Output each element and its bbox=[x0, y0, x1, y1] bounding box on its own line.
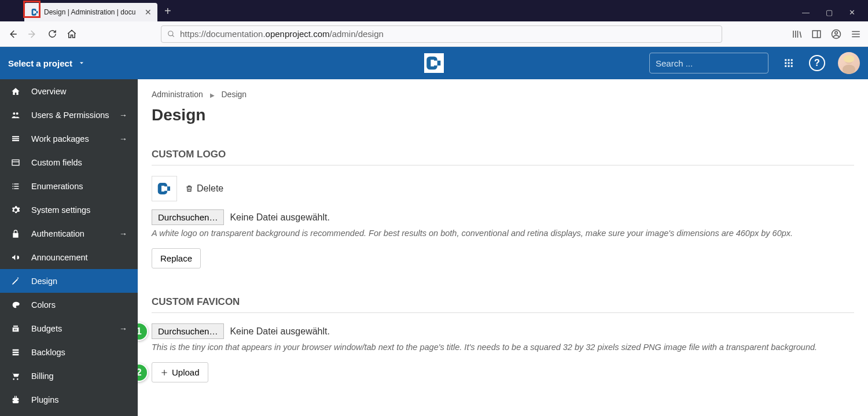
main-content: Administration ▶ Design Design CUSTOM LO… bbox=[138, 79, 868, 416]
logo-hint: A white logo on transparent background i… bbox=[152, 229, 854, 238]
users-icon bbox=[10, 111, 21, 120]
sidebar-item-budgets[interactable]: Budgets→ bbox=[0, 316, 138, 340]
sidebar-item-backlogs[interactable]: Backlogs bbox=[0, 340, 138, 364]
plugins-icon bbox=[10, 395, 21, 404]
sidebar-item-users-permissions[interactable]: Users & Permissions→ bbox=[0, 103, 138, 127]
breadcrumb-root[interactable]: Administration bbox=[152, 90, 203, 99]
window-close-icon[interactable]: ✕ bbox=[849, 8, 855, 17]
customfields-icon bbox=[10, 158, 21, 167]
breadcrumb: Administration ▶ Design bbox=[152, 90, 854, 99]
browser-tab[interactable]: Design | Administration | docu ✕ bbox=[24, 3, 157, 21]
sidebar-item-label: Design bbox=[31, 277, 57, 286]
sidebar-item-announcement[interactable]: Announcement bbox=[0, 245, 138, 269]
sidebar-item-system-settings[interactable]: System settings bbox=[0, 198, 138, 222]
menu-icon[interactable] bbox=[851, 29, 861, 39]
browse-favicon-button[interactable]: Durchsuchen… bbox=[152, 323, 224, 339]
design-icon bbox=[10, 277, 21, 286]
sidebar-item-label: System settings bbox=[31, 205, 90, 215]
sidebar-item-label: Announcement bbox=[31, 253, 88, 262]
trash-icon bbox=[185, 184, 193, 193]
app-logo[interactable] bbox=[424, 53, 444, 73]
logo-file-status: Keine Datei ausgewählt. bbox=[230, 212, 330, 223]
search-box[interactable] bbox=[649, 53, 768, 73]
annotation-1: 1 bbox=[138, 322, 148, 341]
sidebar-item-enumerations[interactable]: Enumerations bbox=[0, 174, 138, 198]
billing-icon bbox=[10, 371, 21, 381]
svg-point-3 bbox=[835, 31, 838, 34]
sidebar-item-label: Custom fields bbox=[31, 158, 82, 167]
upload-button[interactable]: Upload bbox=[152, 362, 208, 382]
sidebar-item-plugins[interactable]: Plugins bbox=[0, 388, 138, 411]
svg-rect-7 bbox=[843, 65, 855, 74]
custom-favicon-section: CUSTOM FAVICON 1 Durchsuchen… Keine Date… bbox=[152, 296, 854, 382]
budgets-icon bbox=[10, 324, 21, 333]
sidebar-item-billing[interactable]: Billing bbox=[0, 364, 138, 388]
sidebar-toggle-icon[interactable] bbox=[811, 29, 822, 39]
settings-icon bbox=[10, 205, 21, 215]
search-input[interactable] bbox=[656, 58, 766, 68]
chevron-right-icon: → bbox=[119, 134, 127, 143]
lock-icon bbox=[10, 229, 21, 238]
breadcrumb-separator-icon: ▶ bbox=[210, 92, 215, 98]
delete-logo-link[interactable]: Delete bbox=[185, 183, 223, 194]
user-avatar[interactable] bbox=[838, 52, 860, 74]
project-selector[interactable]: Select a project bbox=[8, 58, 85, 68]
annotation-2: 2 bbox=[138, 363, 148, 382]
custom-favicon-heading: CUSTOM FAVICON bbox=[152, 296, 854, 308]
sidebar-item-label: Enumerations bbox=[31, 182, 83, 191]
enumerations-icon bbox=[10, 182, 21, 191]
chevron-right-icon: → bbox=[119, 111, 127, 120]
app-header: Select a project ? bbox=[0, 47, 868, 79]
sidebar-item-label: Billing bbox=[31, 371, 54, 381]
sidebar-item-label: Overview bbox=[31, 87, 66, 96]
sidebar-item-overview[interactable]: Overview bbox=[0, 79, 138, 103]
page-title: Design bbox=[152, 106, 854, 124]
colors-icon bbox=[10, 300, 21, 310]
sidebar-item-label: Work packages bbox=[31, 134, 89, 143]
tab-close-icon[interactable]: ✕ bbox=[145, 8, 152, 17]
url-bar[interactable]: https://documentation.openproject.com/ad… bbox=[161, 25, 722, 43]
reload-button[interactable] bbox=[46, 28, 58, 40]
window-minimize-icon[interactable]: — bbox=[802, 8, 810, 17]
svg-rect-8 bbox=[12, 160, 19, 165]
plus-icon bbox=[160, 369, 168, 377]
new-tab-button[interactable]: + bbox=[164, 5, 171, 18]
window-maximize-icon[interactable]: ▢ bbox=[826, 8, 833, 17]
upload-label: Upload bbox=[172, 367, 200, 377]
sidebar-item-work-packages[interactable]: Work packages→ bbox=[0, 127, 138, 150]
home-icon bbox=[10, 87, 21, 96]
back-button[interactable] bbox=[7, 28, 19, 40]
delete-label: Delete bbox=[197, 183, 223, 194]
browser-tab-bar: Design | Administration | docu ✕ + — ▢ ✕ bbox=[0, 0, 868, 21]
workpackages-icon bbox=[10, 134, 21, 143]
chevron-right-icon: → bbox=[119, 229, 127, 238]
help-icon[interactable]: ? bbox=[809, 55, 825, 71]
chevron-down-icon bbox=[78, 60, 85, 67]
logo-preview bbox=[152, 176, 177, 201]
sidebar-item-label: Plugins bbox=[31, 395, 59, 404]
backlogs-icon bbox=[10, 348, 21, 357]
sidebar-item-custom-fields[interactable]: Custom fields bbox=[0, 150, 138, 174]
account-icon[interactable] bbox=[831, 29, 841, 39]
svg-point-0 bbox=[168, 31, 173, 35]
forward-button[interactable] bbox=[27, 28, 38, 40]
browser-toolbar: https://documentation.openproject.com/ad… bbox=[0, 21, 868, 47]
sidebar-item-label: Users & Permissions bbox=[31, 111, 109, 120]
library-icon[interactable] bbox=[792, 29, 802, 39]
sidebar-item-authentication[interactable]: Authentication→ bbox=[0, 222, 138, 245]
favicon-hint: This is the tiny icon that appears in yo… bbox=[152, 343, 854, 352]
chevron-right-icon: → bbox=[119, 324, 127, 333]
url-text: https://documentation.openproject.com/ad… bbox=[180, 29, 384, 39]
replace-button[interactable]: Replace bbox=[152, 248, 201, 268]
sidebar-item-label: Authentication bbox=[31, 229, 84, 238]
breadcrumb-current: Design bbox=[221, 90, 247, 99]
sidebar-item-colors[interactable]: Colors bbox=[0, 293, 138, 316]
home-button[interactable] bbox=[66, 28, 78, 40]
svg-rect-1 bbox=[812, 31, 821, 38]
browse-logo-button[interactable]: Durchsuchen… bbox=[152, 209, 224, 225]
sidebar-item-design[interactable]: Design bbox=[0, 269, 138, 293]
modules-icon[interactable] bbox=[781, 56, 796, 71]
tab-favicon-icon bbox=[30, 8, 39, 17]
custom-logo-heading: CUSTOM LOGO bbox=[152, 149, 854, 160]
sidebar-item-label: Budgets bbox=[31, 324, 62, 333]
